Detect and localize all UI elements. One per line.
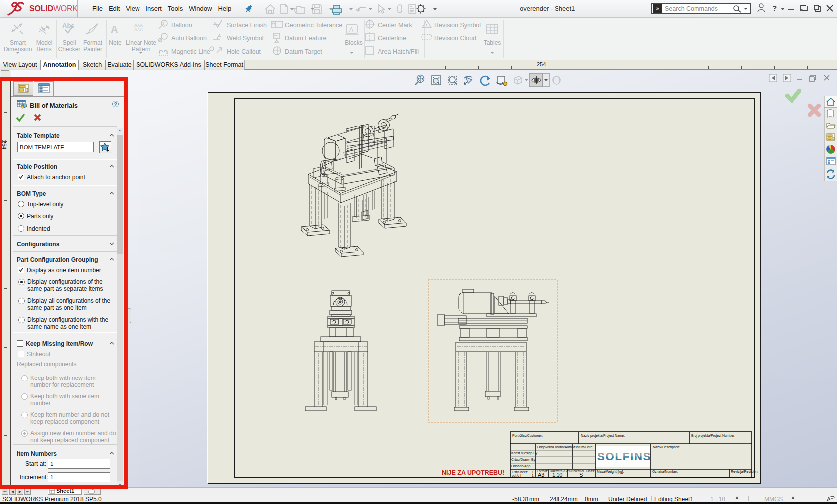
svg-text:Odgovorna osoba/Author:: Odgovorna osoba/Author: bbox=[537, 445, 576, 449]
svg-text:A: A bbox=[111, 24, 118, 35]
svg-text:Oznaka/Number:: Oznaka/Number: bbox=[652, 470, 678, 473]
svg-text:1: 1 bbox=[532, 474, 534, 477]
svg-text:Poručilac/Customer:: Poručilac/Customer: bbox=[512, 434, 543, 437]
svg-text:Masa/Weight [kg]:: Masa/Weight [kg]: bbox=[597, 470, 624, 474]
svg-text:Broj projekta/Project Number:: Broj projekta/Project Number: bbox=[691, 434, 735, 438]
svg-text:1: 1 bbox=[162, 21, 165, 26]
svg-text:1:10: 1:10 bbox=[552, 472, 562, 478]
svg-text:AAA: AAA bbox=[134, 27, 143, 32]
svg-text:Naziv/Description:: Naziv/Description: bbox=[653, 445, 680, 449]
svg-text:SOLIDWORKS: SOLIDWORKS bbox=[29, 4, 77, 13]
svg-text:?: ? bbox=[772, 4, 777, 12]
svg-text:Odobrio/App .: Odobrio/App . bbox=[511, 464, 532, 468]
svg-text:NIJE ZA UPOTREBU!: NIJE ZA UPOTREBU! bbox=[442, 469, 504, 476]
svg-text:Crtao/Drawn By: Crtao/Drawn By bbox=[511, 458, 536, 462]
svg-text:S: S bbox=[579, 472, 583, 478]
svg-text:Naziv projekta/Project Name:: Naziv projekta/Project Name: bbox=[581, 434, 625, 438]
svg-text:List/Sheet:: List/Sheet: bbox=[512, 470, 528, 474]
svg-text:Revizija/Revision:: Revizija/Revision: bbox=[731, 470, 758, 474]
svg-text:A: A bbox=[349, 26, 353, 33]
svg-text:Konst./Design By: Konst./Design By bbox=[511, 451, 538, 455]
svg-text:od /o f: od /o f bbox=[512, 474, 521, 477]
svg-text:Datum/Date:: Datum/Date: bbox=[574, 445, 593, 449]
svg-text:1: 1 bbox=[532, 470, 534, 474]
svg-text:A3: A3 bbox=[538, 472, 544, 478]
